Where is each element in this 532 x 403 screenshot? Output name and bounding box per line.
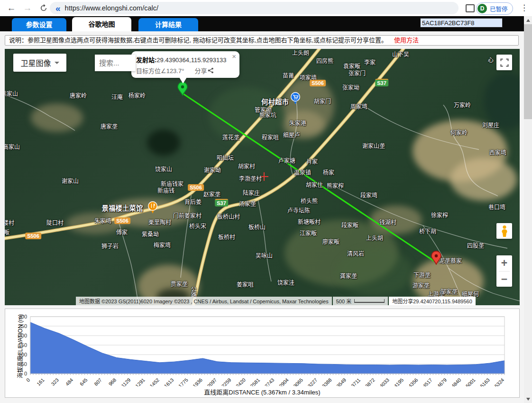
url-text: https://www.elongshi.com/calc/: [65, 4, 158, 12]
profile-status: 已暂停: [490, 4, 508, 13]
map-place-label: 新塘畈村: [298, 217, 321, 225]
map-place-label: 陆家庄: [243, 188, 260, 197]
map-labels-layer: 熊家山唐家岭汪庵杨家岭唐家垄高家山谢家山上头朗四房熊袁家畈李家山下吴苗莆项家墙张…: [5, 49, 520, 305]
tab-calc-result[interactable]: 计算结果: [138, 18, 198, 31]
chevron-down-icon: [55, 62, 59, 64]
url-bar[interactable]: « https://www.elongshi.com/calc/: [50, 2, 459, 14]
map-place-label: 熊家山: [5, 89, 18, 97]
side-panel-icon[interactable]: [466, 4, 475, 12]
scroll-up-arrow[interactable]: [524, 16, 532, 24]
reload-icon[interactable]: [38, 2, 49, 14]
map-place-label: 细屋卢: [283, 131, 300, 139]
svg-text:968: 968: [107, 377, 117, 386]
map-poi-label: 何村超市: [261, 96, 289, 106]
map-place-label: 李家: [364, 58, 376, 66]
map-place-label: 姜家咀: [237, 280, 254, 288]
tab-google-map[interactable]: 谷歌地图: [72, 17, 131, 31]
map-place-label: 背后姜: [184, 197, 202, 206]
zoom-out-button[interactable]: −: [496, 272, 512, 287]
map-place-label: 唐家岭: [70, 91, 87, 99]
map-place-label: 细屋何: [462, 290, 479, 298]
svg-text:2097: 2097: [206, 377, 218, 386]
chart-x-axis-title: 直线距离DISTANCE (5.367km / 3.34miles): [5, 387, 519, 396]
zoom-in-button[interactable]: +: [496, 255, 512, 271]
road-shield: S506: [310, 80, 326, 86]
zoom-control: + −: [496, 255, 512, 287]
back-icon[interactable]: ←: [6, 2, 17, 14]
svg-text:161: 161: [36, 377, 46, 386]
fullscreen-button[interactable]: [496, 55, 512, 70]
elevation-chart: 0501001502002503000161323484645807968112…: [5, 309, 519, 386]
map-place-label: 贾家垄: [171, 280, 188, 288]
map-place-label: 谢家山: [62, 177, 79, 185]
scroll-thumb[interactable]: [524, 24, 532, 119]
tab-parameter-settings[interactable]: 参数设置: [12, 18, 66, 31]
svg-text:3065: 3065: [292, 377, 304, 386]
map-place-label: 上头胡: [366, 234, 383, 242]
usage-link[interactable]: 使用方法: [394, 37, 419, 44]
map-place-label: 昭仙坛: [217, 153, 234, 161]
target-marker-red[interactable]: [431, 251, 441, 265]
restaurant-poi-marker[interactable]: [147, 201, 158, 214]
share-link[interactable]: 分享: [194, 66, 214, 75]
map-place-label: 泥垄蔡家: [439, 256, 462, 264]
profile-chip[interactable]: D 已暂停: [476, 2, 513, 15]
svg-text:5163: 5163: [479, 377, 491, 386]
road-shield: S506: [114, 217, 130, 224]
svg-text:1452: 1452: [148, 377, 160, 386]
svg-text:4840: 4840: [450, 377, 462, 386]
map-share-coords[interactable]: 地图分享29.4240720,115.9489560: [389, 297, 476, 305]
browser-menu-icon[interactable]: ⋮: [520, 3, 528, 13]
elevation-panel: 海拔高度ELEVATION (m) 0501001502002503000161…: [5, 309, 520, 398]
map-place-label: 上游垄: [428, 290, 445, 298]
svg-text:1129: 1129: [120, 377, 132, 386]
transmitter-marker-green[interactable]: [177, 82, 188, 96]
map-canvas[interactable]: 熊家山唐家岭汪庵杨家岭唐家垄高家山谢家山上头朗四房熊袁家畈李家山下吴苗莆项家墙张…: [5, 49, 520, 305]
svg-text:4195: 4195: [393, 377, 404, 386]
map-place-label: 梅家塆: [154, 241, 171, 249]
pegman-button[interactable]: [496, 223, 512, 239]
map-place-label: 四房熊: [316, 56, 333, 65]
map-place-label: 心: [488, 56, 494, 64]
map-place-label: 张家坳: [342, 83, 359, 91]
info-close-icon[interactable]: ×: [232, 52, 236, 60]
svg-text:2420: 2420: [235, 377, 247, 386]
pegman-icon: [500, 225, 509, 237]
svg-text:807: 807: [93, 377, 103, 386]
svg-text:5001: 5001: [465, 377, 477, 386]
forward-icon[interactable]: →: [22, 2, 33, 14]
map-type-button[interactable]: 卫星图像: [13, 54, 66, 72]
map-place-label: 钱湖村: [379, 218, 396, 226]
map-place-label: 徐家榨: [431, 211, 448, 219]
map-place-label: 桥头熊: [301, 197, 318, 205]
road-shield: S37: [215, 199, 228, 206]
serial-input[interactable]: [420, 18, 503, 28]
svg-text:645: 645: [79, 377, 89, 386]
map-place-label: 管家坳: [255, 105, 272, 113]
map-place-label: 桥下胡: [419, 227, 436, 235]
supermarket-poi-marker[interactable]: [290, 92, 301, 105]
map-place-label: 龚家垄: [340, 272, 357, 280]
map-place-label: 张家门: [349, 69, 366, 77]
station-label: 发射站:: [136, 56, 156, 64]
tab-bar: 参数设置 谷歌地图 计算结果: [0, 16, 524, 31]
svg-text:3549: 3549: [335, 377, 347, 386]
avatar: D: [477, 4, 487, 13]
map-place-label: 吴咏山: [256, 251, 273, 259]
map-search-input[interactable]: [95, 55, 136, 71]
instruction-text: 说明：参照卫星图像点选两点可获得海拔数据,右键点击可删除标记, 拖动标记可改变其…: [9, 37, 387, 44]
map-place-label: 四股垄: [467, 241, 484, 249]
map-place-label: 刘屋庄: [482, 121, 499, 129]
map-place-label: 熊家榨: [327, 181, 344, 189]
map-place-label: 李渤垄村: [239, 174, 262, 182]
map-place-label: 杨家岭: [128, 91, 146, 99]
map-place-label: 汪庵: [111, 93, 123, 101]
map-place-label: 赵家垄: [203, 190, 220, 198]
map-place-label: 卢寺坛陈: [287, 206, 310, 214]
bearing-text: 目标方位∠123.7°: [136, 66, 184, 75]
page-scrollbar[interactable]: [524, 16, 532, 403]
map-poi-label: 景福楼土菜馆: [102, 203, 143, 213]
scroll-down-arrow[interactable]: [524, 395, 532, 403]
svg-text:3711: 3711: [350, 377, 362, 386]
map-place-label: 陡口村: [46, 218, 64, 226]
